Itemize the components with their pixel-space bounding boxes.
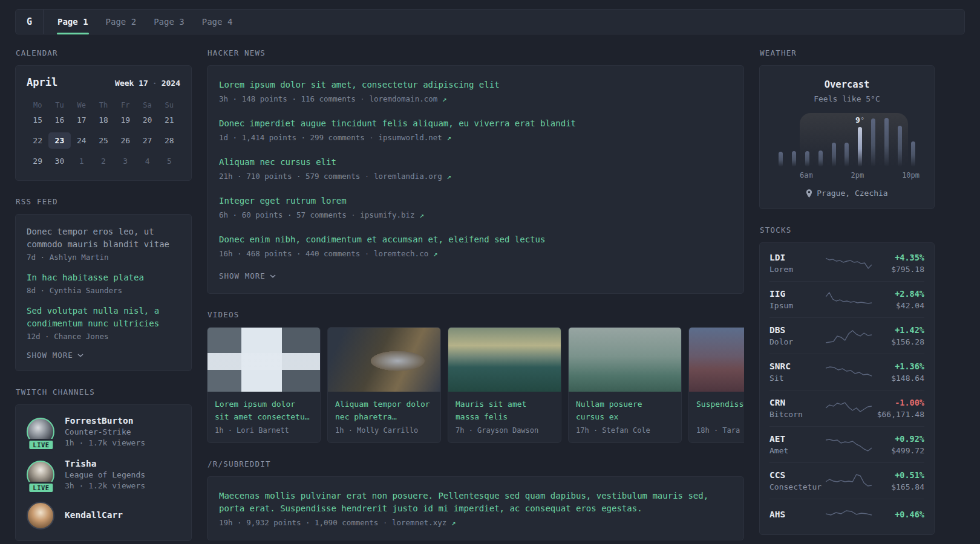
subreddit-post-title-link[interactable]: Maecenas mollis pulvinar erat non posuer… <box>219 490 732 515</box>
twitch-channel-name[interactable]: ForrestBurton <box>65 416 145 426</box>
subreddit-card: Maecenas mollis pulvinar erat non posuer… <box>207 476 744 540</box>
weather-bar-slot <box>801 118 814 167</box>
twitch-channel-row[interactable]: LIVE Trisha League of Legends 3h · 1.2k … <box>27 459 180 490</box>
video-card[interactable]: Lorem ipsum dolor sit amet consectetu… 1… <box>207 327 321 443</box>
tab-page-2[interactable]: Page 2 <box>106 10 137 34</box>
calendar-day: 24 <box>71 132 93 149</box>
twitch-avatar-wrap: LIVE <box>27 461 56 488</box>
calendar-day: 30 <box>48 153 70 169</box>
hacker-news-title-link[interactable]: Donec enim nibh, condimentum et accumsan… <box>219 233 732 246</box>
hacker-news-section-label: HACKER NEWS <box>207 48 744 57</box>
weather-time-label <box>889 171 902 180</box>
calendar-day: 18 <box>93 112 114 128</box>
calendar-weekday-row: MoTuWeThFrSaSu <box>27 99 180 112</box>
stock-name: Lorem <box>769 265 825 274</box>
video-card[interactable]: Aliquam tempor dolor nec pharetra… 1h · … <box>327 327 441 443</box>
weather-bar <box>871 118 875 167</box>
hacker-news-title-link[interactable]: Donec imperdiet augue tincidunt felis al… <box>219 117 732 130</box>
hacker-news-title-link[interactable]: Aliquam nec cursus elit <box>219 156 732 169</box>
rss-section-label: RSS FEED <box>16 197 192 206</box>
hacker-news-card: Lorem ipsum dolor sit amet, consectetur … <box>207 65 744 294</box>
subreddit-domain-link[interactable]: loremnet.xyz <box>392 518 446 527</box>
video-title-link[interactable]: Mauris sit amet massa felis <box>456 398 554 423</box>
video-thumbnail[interactable] <box>207 328 320 392</box>
weather-bar-slot: 9° <box>854 118 867 167</box>
hacker-news-title-link[interactable]: Lorem ipsum dolor sit amet, consectetur … <box>219 79 732 91</box>
stock-sparkline <box>825 400 872 418</box>
rss-item-title-link[interactable]: Sed volutpat nulla nisl, a condimentum n… <box>27 305 180 330</box>
avatar <box>27 502 54 529</box>
stock-price: $795.18 <box>872 265 924 274</box>
app-logo[interactable]: G <box>16 10 44 34</box>
hacker-news-item: Integer eget rutrum lorem 6h · 60 points… <box>219 195 732 219</box>
weather-bar-slot <box>840 118 854 167</box>
calendar-week-year: Week 17 · 2024 <box>115 79 180 88</box>
video-title-link[interactable]: Aliquam tempor dolor nec pharetra… <box>335 398 433 423</box>
stock-row[interactable]: LDI Lorem +4.35% $795.18 <box>769 245 924 281</box>
video-card-body: Aliquam tempor dolor nec pharetra… 1h · … <box>328 392 440 442</box>
video-thumbnail[interactable] <box>448 328 561 392</box>
rss-item-title-link[interactable]: In hac habitasse platea <box>27 271 180 284</box>
hacker-news-title-link[interactable]: Integer eget rutrum lorem <box>219 195 732 207</box>
weather-time-label <box>838 171 851 180</box>
calendar-day: 20 <box>136 112 158 128</box>
twitch-channel-name[interactable]: KendallCarr <box>65 510 123 520</box>
stock-row[interactable]: AHS +0.46% <box>769 499 924 532</box>
stock-row[interactable]: SNRC Sit +1.36% $148.64 <box>769 354 924 390</box>
weather-location: Prague, Czechia <box>769 189 924 198</box>
stocks-section-label: STOCKS <box>760 225 935 235</box>
subreddit-widget: /R/SUBREDDIT Maecenas mollis pulvinar er… <box>207 459 744 540</box>
stock-sparkline <box>825 327 872 345</box>
calendar-widget: CALENDAR April Week 17 · 2024 MoTuWeThFr… <box>15 48 192 181</box>
page-tabs: Page 1 Page 2 Page 3 Page 4 <box>44 10 232 34</box>
hacker-news-show-more-button[interactable]: SHOW MORE <box>219 271 732 280</box>
calendar-weekday-label: Mo <box>27 99 48 112</box>
video-card-body: Lorem ipsum dolor sit amet consectetu… 1… <box>207 392 320 442</box>
video-title-link[interactable]: Suspendisse diam <box>696 398 744 423</box>
hacker-news-domain-link[interactable]: ipsumify.biz <box>360 210 414 219</box>
rss-show-more-button[interactable]: SHOW MORE <box>27 351 180 360</box>
stock-row[interactable]: CRN Bitcorn -1.00% $66,171.48 <box>769 390 924 426</box>
weather-bar <box>844 143 849 167</box>
hacker-news-item: Donec imperdiet augue tincidunt felis al… <box>219 117 732 142</box>
calendar-day: 28 <box>158 132 180 149</box>
stock-ticker: AET <box>769 434 825 444</box>
twitch-channel-row[interactable]: LIVE ForrestBurton Counter-Strike 1h · 1… <box>27 416 180 447</box>
tab-page-3[interactable]: Page 3 <box>154 10 185 34</box>
weather-card: Overcast Feels like 5°C 9° <box>759 65 935 209</box>
video-card[interactable]: Suspendisse diam 18h · Tara <box>688 327 744 443</box>
weather-bar-slot <box>880 118 893 167</box>
video-title-link[interactable]: Nullam posuere cursus ex <box>576 398 674 423</box>
tab-page-1[interactable]: Page 1 <box>57 10 88 34</box>
stock-row[interactable]: DBS Dolor +1.42% $156.28 <box>769 317 924 354</box>
twitch-channel-name[interactable]: Trisha <box>65 459 145 468</box>
rss-list: Donec tempor eros leo, ut commodo mauris… <box>27 225 180 341</box>
calendar-day: 26 <box>114 132 136 149</box>
twitch-channel-row[interactable]: KendallCarr <box>27 502 180 529</box>
calendar-day: 19 <box>114 112 136 128</box>
stock-row[interactable]: IIG Ipsum +2.84% $42.04 <box>769 281 924 317</box>
video-thumbnail[interactable] <box>689 328 744 392</box>
stock-ticker: SNRC <box>769 361 825 371</box>
video-thumbnail[interactable] <box>328 328 440 392</box>
weather-bar-slot <box>827 118 840 167</box>
rss-item-title-link[interactable]: Donec tempor eros leo, ut commodo mauris… <box>27 225 180 251</box>
stock-row[interactable]: AET Amet +0.92% $499.72 <box>769 426 924 462</box>
hacker-news-domain-link[interactable]: loremlandia.org <box>374 172 442 181</box>
stock-id: CRN Bitcorn <box>769 398 825 419</box>
stock-price: $499.72 <box>872 446 924 455</box>
twitch-section-label: TWITCH CHANNELS <box>16 387 192 397</box>
hacker-news-domain-link[interactable]: loremtech.co <box>374 249 428 258</box>
video-title-link[interactable]: Lorem ipsum dolor sit amet consectetu… <box>215 398 313 423</box>
hacker-news-domain-link[interactable]: loremdomain.com <box>369 94 437 103</box>
hacker-news-item: Donec enim nibh, condimentum et accumsan… <box>219 233 732 258</box>
hacker-news-domain-link[interactable]: ipsumworld.net <box>378 133 442 142</box>
stock-name: Dolor <box>769 337 825 346</box>
video-card[interactable]: Nullam posuere cursus ex 17h · Stefan Co… <box>568 327 682 443</box>
stock-row[interactable]: CCS Consectetur +0.51% $165.84 <box>769 462 924 499</box>
hacker-news-list: Lorem ipsum dolor sit amet, consectetur … <box>219 79 732 258</box>
video-card[interactable]: Mauris sit amet massa felis 7h · Grayson… <box>448 327 561 443</box>
video-thumbnail[interactable] <box>569 328 681 392</box>
tab-page-4[interactable]: Page 4 <box>202 10 233 34</box>
stock-sparkline <box>825 507 872 525</box>
